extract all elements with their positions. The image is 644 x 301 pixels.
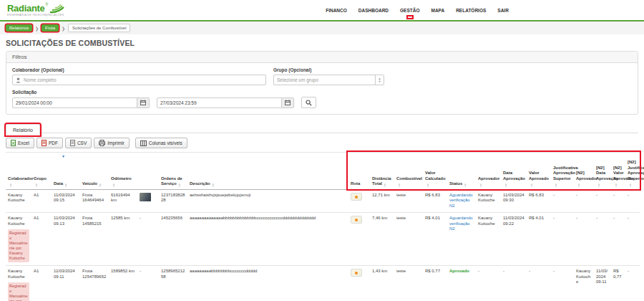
column-header-justificativa[interactable]: Justificativa Aprovação Superior▲▼ xyxy=(551,153,574,190)
cell-n2_data_aprovacao: 11/03/2024 09:11 xyxy=(594,265,611,301)
colaborador-input[interactable]: Nome completo xyxy=(12,75,266,85)
route-map-icon[interactable] xyxy=(351,216,362,224)
print-button[interactable]: Imprimir xyxy=(94,138,129,148)
date-to-value: 27/03/2024 23:59 xyxy=(160,100,197,105)
breadcrumb-item-frota[interactable]: Frota xyxy=(42,24,59,32)
column-header-n2_aprovador[interactable]: [N2] Aprovador▲▼ xyxy=(574,153,594,190)
cell-valor_aprovado: R$ 4,01 xyxy=(527,212,551,265)
breadcrumb-item-relatorios[interactable]: Relatórios xyxy=(6,24,32,32)
column-header-valor_calculado[interactable]: Valor Calculado▲▼ xyxy=(423,153,447,190)
column-label: Grupo xyxy=(34,176,47,181)
cell-distancia: 12,71 km xyxy=(370,189,394,212)
route-map-icon[interactable] xyxy=(351,269,362,277)
cell-justificativa: - xyxy=(551,265,574,301)
cell-n2_valor_aprovado: - xyxy=(611,212,625,265)
nav-item-relatorios[interactable]: RELATÓRIOS xyxy=(456,8,486,13)
gestao-red-annotation-box xyxy=(406,15,414,19)
csv-export-button[interactable]: CSV xyxy=(65,138,92,148)
cell-n2_valor_aprovado: R$ 0,77 xyxy=(611,265,625,301)
column-label: Odômetro xyxy=(111,176,132,181)
cell-descricao: aaaaaaaaabbbbbbbbcccccccddddd xyxy=(187,265,348,301)
cell-valor_calculado: R$ 6,83 xyxy=(423,189,447,212)
column-header-data[interactable]: ▼Data▲▼ xyxy=(52,153,80,190)
sort-carets-icon: ▲▼ xyxy=(615,183,618,187)
cell-valor_aprovado: R$ 6,83 xyxy=(527,189,551,212)
search-button[interactable] xyxy=(301,97,316,108)
breadcrumb-item-current: Solicitações de Combustível xyxy=(68,24,130,32)
cell-n2_justificativa: - xyxy=(625,265,640,301)
pdf-export-button[interactable]: PDF xyxy=(36,138,63,148)
columns-icon xyxy=(140,140,147,146)
grupo-select[interactable]: Selecione um grupo ▲▼ xyxy=(273,75,384,85)
column-label: [N2] Justificativa Aprovação Superior xyxy=(628,160,644,181)
column-header-rota: Rota xyxy=(348,153,370,190)
cell-data_aprovacao: - xyxy=(501,265,527,301)
registered-mark: ® xyxy=(46,3,49,6)
nav-item-mapa[interactable]: MAPA xyxy=(431,8,445,13)
column-header-ordens[interactable]: Ordens de Serviço▲▼ xyxy=(159,153,187,190)
route-map-icon[interactable] xyxy=(351,193,362,201)
date-to-calendar-button[interactable] xyxy=(282,97,294,108)
breadcrumb-separator: ❯ xyxy=(62,26,65,31)
cell-aprovador: Kauany Kuttoche xyxy=(476,189,501,212)
nav-item-sair[interactable]: SAIR xyxy=(497,8,509,13)
table-header-row: Colaborador▲▼Grupo▲▼▼Data▲▼Veículo▲▼Odôm… xyxy=(6,153,640,190)
column-label: Descrição xyxy=(190,181,210,186)
column-label: Rota xyxy=(351,181,360,186)
column-header-n2_justificativa[interactable]: [N2] Justificativa Aprovação Superior▲▼ xyxy=(625,153,640,190)
nav-item-dashboard[interactable]: DASHBOARD xyxy=(358,8,389,13)
column-header-descricao[interactable]: Descrição▲▼ xyxy=(187,153,348,190)
colaborador-label: Colaborador (Opcional) xyxy=(12,67,266,72)
table-row[interactable]: Kauany KuttocheRegistrado Manualmente po… xyxy=(6,212,640,265)
logo-swoosh-icon xyxy=(49,4,68,14)
column-label: Valor Aprovado xyxy=(529,171,549,181)
visible-columns-button[interactable]: Colunas visíveis xyxy=(135,138,187,148)
column-header-data_aprovacao[interactable]: Data Aprovação▲▼ xyxy=(501,153,527,190)
cell-rota xyxy=(348,265,370,301)
colaborador-name: Kauany Kuttoche xyxy=(8,216,29,227)
table-row[interactable]: Kauany KuttocheRegistrado Manualmente po… xyxy=(6,265,640,301)
cell-combustivel: teste xyxy=(394,189,423,212)
date-to-input[interactable]: 27/03/2024 23:59 xyxy=(157,97,282,108)
column-header-valor_aprovado[interactable]: Valor Aprovado▲▼ xyxy=(527,153,551,190)
column-header-odometro[interactable]: Odômetro▲▼ xyxy=(109,153,137,190)
column-header-aprovador[interactable]: Aprovador▲▼ xyxy=(476,153,501,190)
table-row[interactable]: Kauany KuttocheA111/03/2024 09:15Frota 1… xyxy=(6,189,640,212)
cell-veiculo: Frota 14585215 xyxy=(80,212,109,265)
column-header-distancia[interactable]: Distância Total▲▼ xyxy=(370,153,394,190)
excel-export-button[interactable]: Excel xyxy=(6,138,34,148)
date-from-calendar-button[interactable] xyxy=(137,97,150,108)
date-from-value: 29/01/2024 00:00 xyxy=(16,100,52,105)
date-from-input[interactable]: 29/01/2024 00:00 xyxy=(12,97,137,108)
manual-registration-badge: Registrado Manualmente por Kauany Kuttoc… xyxy=(8,229,29,262)
sort-carets-icon: ▲▼ xyxy=(64,183,67,187)
brand-logo[interactable]: Radiante ® ENGENHARIA DE TELECOMUNICAÇÕE… xyxy=(7,4,68,17)
cell-ordens: 145235656 xyxy=(159,212,187,265)
nav-item-financeiro[interactable]: FINANCO xyxy=(326,8,347,13)
nav-item-gestao[interactable]: GESTÃO xyxy=(400,8,419,13)
status-text: Aprovado xyxy=(449,269,469,273)
cell-colaborador: Kauany KuttocheRegistrado Manualmente po… xyxy=(6,265,31,301)
sorted-desc-icon: ▼ xyxy=(62,154,65,158)
cell-justificativa: - xyxy=(551,189,574,212)
column-header-colaborador[interactable]: Colaborador▲▼ xyxy=(6,153,31,190)
excel-file-icon xyxy=(11,140,16,146)
column-header-status[interactable]: Status▲▼ xyxy=(447,153,476,190)
tab-relatorio[interactable]: Relatório xyxy=(6,124,40,135)
column-header-n2_valor_aprovado[interactable]: [N2] Valor Aprovado▲▼ xyxy=(611,153,625,190)
pdf-button-label: PDF xyxy=(49,140,58,145)
table-body: Kauany KuttocheA111/03/2024 09:15Frota 1… xyxy=(6,189,640,301)
column-label: Colaborador xyxy=(8,176,34,181)
colaborador-placeholder: Nome completo xyxy=(24,77,57,82)
column-header-veiculo[interactable]: Veículo▲▼ xyxy=(80,153,109,190)
photo-thumbnail[interactable] xyxy=(140,193,151,201)
cell-ordens: 123718382828 xyxy=(159,189,187,212)
column-header-n2_data_aprovacao[interactable]: [N2] Data Aprovação▲▼ xyxy=(594,153,611,190)
column-header-combustivel[interactable]: Combustível▲▼ xyxy=(394,153,423,190)
column-header-grupo[interactable]: Grupo▲▼ xyxy=(31,153,52,190)
column-label: Distância Total xyxy=(372,176,391,186)
spinner-arrows-icon[interactable]: ▲▼ xyxy=(375,75,384,85)
sort-carets-icon: ▲▼ xyxy=(212,183,215,187)
excel-button-label: Excel xyxy=(18,140,29,145)
sort-carets-icon: ▲▼ xyxy=(9,183,12,187)
